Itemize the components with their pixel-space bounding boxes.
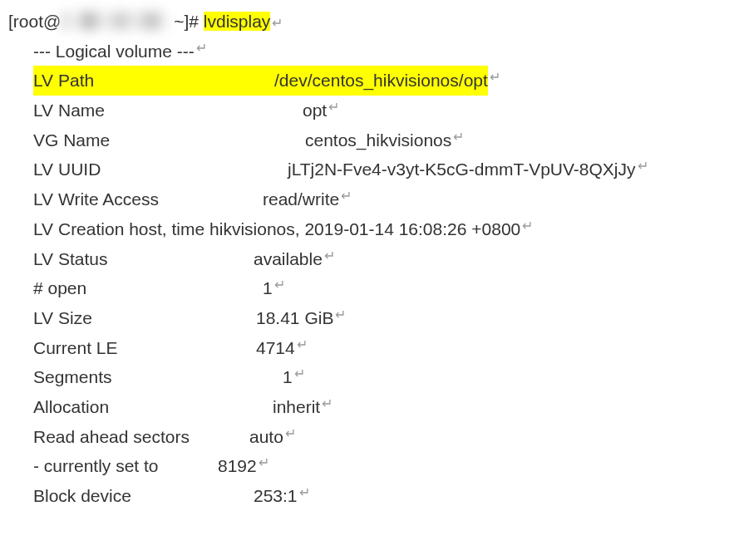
eol-icon: ↵ — [324, 244, 335, 274]
block-device-row: Block device253:1↵ — [33, 481, 726, 511]
lv-status-row: LV Statusavailable↵ — [33, 244, 726, 274]
lv-uuid-value: jLTj2N-Fve4-v3yt-K5cG-dmmT-VpUV-8QXjJy — [288, 155, 636, 184]
lv-name-label: LV Name — [33, 96, 303, 125]
lvdisplay-output: --- Logical volume ---↵ LV Path/dev/cent… — [8, 37, 726, 511]
eol-icon: ↵ — [294, 362, 305, 392]
segments-row: Segments1↵ — [33, 362, 726, 392]
prompt-line: [root@ ~]# lvdisplay↵ — [8, 7, 726, 37]
vg-name-value: centos_hikvisionos — [305, 125, 451, 155]
read-ahead-label: Read ahead sectors — [33, 422, 249, 452]
lv-uuid-label: LV UUID — [33, 155, 288, 184]
eol-icon: ↵ — [297, 333, 308, 363]
lv-status-label: LV Status — [33, 244, 254, 274]
lv-write-access-row: LV Write Accessread/write↵ — [33, 184, 726, 214]
lv-uuid-row: LV UUIDjLTj2N-Fve4-v3yt-K5cG-dmmT-VpUV-8… — [33, 155, 726, 184]
read-ahead-row: Read ahead sectorsauto↵ — [33, 422, 726, 452]
lv-path-row: LV Path/dev/centos_hikvisionos/opt↵ — [33, 66, 726, 96]
lv-path-value: /dev/centos_hikvisionos/opt — [274, 66, 488, 96]
eol-icon: ↵ — [335, 303, 346, 333]
vg-name-label: VG Name — [33, 125, 305, 155]
block-device-value: 253:1 — [254, 481, 298, 511]
block-device-label: Block device — [33, 481, 254, 511]
prompt-suffix: ~]# — [169, 12, 203, 31]
eol-icon: ↵ — [341, 184, 352, 214]
lv-creation-row: LV Creation host, time hikvisionos, 2019… — [33, 214, 726, 244]
eol-icon: ↵ — [196, 37, 207, 66]
prompt-prefix: [root@ — [8, 12, 61, 31]
eol-icon: ↵ — [490, 66, 500, 96]
allocation-label: Allocation — [33, 392, 273, 422]
eol-icon: ↵ — [638, 155, 648, 184]
command-text: lvdisplay — [204, 12, 271, 31]
section-header: --- Logical volume ---↵ — [33, 37, 726, 66]
lv-size-label: LV Size — [33, 303, 256, 333]
segments-value: 1 — [283, 362, 293, 392]
eol-icon: ↵ — [285, 422, 296, 452]
currently-set-to-value: 8192 — [218, 451, 257, 481]
lv-write-access-label: LV Write Access — [33, 184, 263, 214]
eol-icon: ↵ — [522, 214, 533, 244]
eol-icon: ↵ — [322, 392, 333, 422]
lv-name-row: LV Nameopt↵ — [33, 96, 726, 125]
lv-size-value: 18.41 GiB — [256, 303, 333, 333]
allocation-value: inherit — [273, 392, 320, 422]
lv-status-value: available — [254, 244, 323, 274]
lv-name-value: opt — [303, 96, 327, 125]
header-text: --- Logical volume --- — [33, 37, 195, 66]
current-le-label: Current LE — [33, 333, 256, 363]
current-le-value: 4714 — [256, 333, 295, 363]
eol-icon: ↵ — [299, 481, 310, 511]
currently-set-to-label: - currently set to — [33, 451, 218, 481]
eol-icon: ↵ — [272, 16, 283, 30]
read-ahead-value: auto — [249, 422, 283, 452]
open-label: # open — [33, 273, 263, 303]
eol-icon: ↵ — [259, 451, 269, 481]
eol-icon: ↵ — [328, 96, 339, 125]
open-row: # open1↵ — [33, 273, 726, 303]
open-value: 1 — [263, 273, 273, 303]
current-le-row: Current LE4714↵ — [33, 333, 726, 363]
eol-icon: ↵ — [274, 273, 285, 303]
eol-icon: ↵ — [453, 125, 464, 155]
lv-creation-text: LV Creation host, time hikvisionos, 2019… — [33, 214, 520, 244]
lv-size-row: LV Size18.41 GiB↵ — [33, 303, 726, 333]
redacted-hostname — [62, 12, 167, 30]
lv-path-label: LV Path — [33, 66, 274, 96]
segments-label: Segments — [33, 362, 283, 392]
lv-write-access-value: read/write — [263, 184, 339, 214]
vg-name-row: VG Namecentos_hikvisionos↵ — [33, 125, 726, 155]
currently-set-to-row: - currently set to8192↵ — [33, 451, 726, 481]
allocation-row: Allocationinherit↵ — [33, 392, 726, 422]
